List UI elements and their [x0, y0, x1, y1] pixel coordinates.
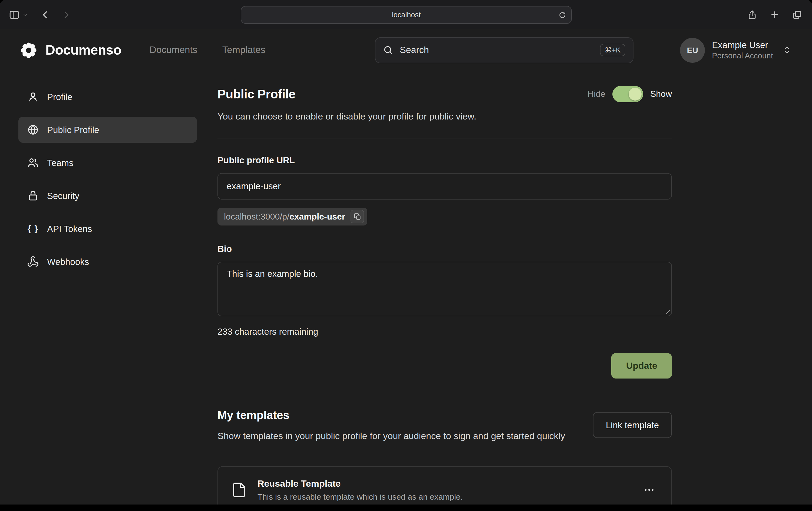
- account-name: Example User: [712, 40, 773, 50]
- brand-name: Documenso: [46, 42, 121, 58]
- template-card[interactable]: Reusable Template This is a reusable tem…: [218, 467, 672, 505]
- webhook-icon: [27, 256, 39, 268]
- characters-remaining: 233 characters remaining: [218, 327, 672, 337]
- profile-link-badge: localhost:3000/p/example-user: [218, 208, 367, 226]
- avatar: EU: [680, 37, 705, 62]
- template-name: Reusable Template: [258, 479, 463, 490]
- templates-header-text: My templates Show templates in your publ…: [218, 409, 565, 444]
- sidebar-item-teams[interactable]: Teams: [19, 150, 197, 176]
- account-text: Example User Personal Account: [712, 40, 773, 60]
- main-nav: Documents Templates: [150, 44, 266, 56]
- bio-field-label: Bio: [218, 244, 672, 254]
- chevrons-up-down-icon: [782, 46, 791, 55]
- show-label: Show: [650, 89, 672, 99]
- sidebar-item-label: Teams: [47, 158, 73, 168]
- update-button[interactable]: Update: [612, 353, 672, 379]
- documenso-logo-icon: [20, 41, 38, 59]
- nav-templates[interactable]: Templates: [222, 44, 266, 56]
- page-subtitle: You can choose to enable or disable your…: [218, 111, 672, 122]
- braces-icon: { }: [27, 224, 39, 234]
- browser-window: localhost: [0, 0, 812, 505]
- back-button-icon[interactable]: [40, 9, 50, 20]
- sidebar-item-api-tokens[interactable]: { } API Tokens: [19, 216, 197, 242]
- link-template-button[interactable]: Link template: [593, 412, 672, 438]
- user-menu[interactable]: EU Example User Personal Account: [680, 37, 791, 62]
- bio-textarea[interactable]: This is an example bio.: [218, 262, 672, 316]
- lock-icon: [27, 190, 39, 202]
- reload-icon[interactable]: [558, 11, 567, 19]
- templates-section-description: Show templates in your public profile fo…: [218, 429, 565, 444]
- main-content: Public Profile Hide Show You can choose …: [218, 71, 672, 505]
- brand[interactable]: Documenso: [20, 41, 121, 59]
- toolbar-right: [747, 0, 802, 29]
- sidebar-item-security[interactable]: Security: [19, 183, 197, 209]
- user-icon: [27, 91, 39, 103]
- sidebar-menu-chevron-icon[interactable]: [22, 11, 28, 18]
- sidebar-item-label: Webhooks: [47, 257, 89, 267]
- sidebar-item-label: Profile: [47, 92, 72, 102]
- file-icon: [231, 482, 247, 498]
- sidebar-item-profile[interactable]: Profile: [19, 84, 197, 110]
- nav-documents[interactable]: Documents: [150, 44, 198, 56]
- copy-button[interactable]: [351, 210, 364, 223]
- search-shortcut-badge: ⌘+K: [600, 44, 626, 56]
- address-bar[interactable]: localhost: [241, 6, 572, 24]
- divider: [218, 138, 672, 139]
- templates-section-title: My templates: [218, 409, 565, 422]
- share-icon[interactable]: [747, 9, 757, 20]
- visibility-toggle[interactable]: [612, 86, 643, 102]
- screen: localhost: [0, 0, 812, 511]
- template-card-text: Reusable Template This is a reusable tem…: [258, 479, 463, 502]
- more-options-icon[interactable]: [640, 481, 658, 500]
- tab-overview-icon[interactable]: [792, 9, 802, 20]
- sidebar-item-label: Security: [47, 190, 79, 201]
- globe-icon: [27, 124, 39, 136]
- toolbar-left: [9, 0, 71, 29]
- sidebar-item-label: API Tokens: [47, 223, 92, 234]
- toggle-knob: [629, 88, 642, 100]
- settings-sidebar: Profile Public Profile Teams Security { …: [19, 84, 197, 282]
- page-title: Public Profile: [218, 87, 295, 101]
- search-placeholder: Search: [400, 44, 429, 55]
- address-bar-url: localhost: [392, 11, 421, 19]
- search-bar[interactable]: Search ⌘+K: [375, 37, 634, 63]
- new-tab-icon[interactable]: [770, 10, 780, 20]
- sidebar-item-label: Public Profile: [47, 125, 99, 135]
- search-icon: [383, 45, 393, 55]
- sidebar-item-public-profile[interactable]: Public Profile: [19, 117, 197, 143]
- template-description: This is a reusable template which is use…: [258, 492, 463, 502]
- profile-link-text: localhost:3000/p/example-user: [224, 212, 345, 221]
- forward-button-icon[interactable]: [61, 9, 71, 20]
- users-icon: [27, 157, 39, 169]
- profile-url-input[interactable]: [218, 173, 672, 200]
- browser-toolbar: localhost: [0, 0, 812, 29]
- profile-visibility-control: Hide Show: [587, 86, 672, 102]
- url-field-label: Public profile URL: [218, 155, 672, 166]
- app-header: Documenso Documents Templates Search ⌘+K…: [0, 29, 812, 71]
- sidebar-toggle-icon[interactable]: [9, 9, 20, 20]
- sidebar-item-webhooks[interactable]: Webhooks: [19, 249, 197, 275]
- hide-label: Hide: [587, 89, 605, 99]
- account-type: Personal Account: [712, 51, 773, 60]
